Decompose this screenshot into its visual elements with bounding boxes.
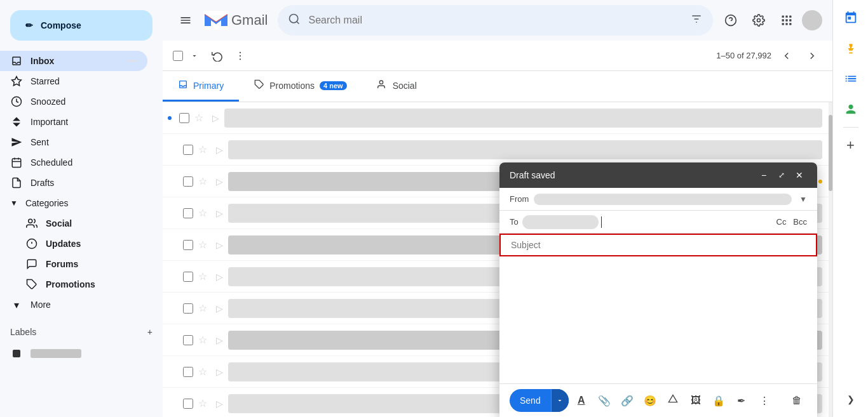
label-icon[interactable]: ▷ <box>216 335 223 345</box>
add-panel-button[interactable]: + <box>838 133 864 158</box>
link-button[interactable]: 🔗 <box>617 390 637 411</box>
subject-field[interactable] <box>499 234 817 256</box>
label-icon[interactable]: ▷ <box>216 272 223 282</box>
calendar-panel-button[interactable] <box>838 5 864 30</box>
contacts-panel-button[interactable] <box>838 96 864 122</box>
more-toolbar-button[interactable] <box>230 46 250 66</box>
send-dropdown-button[interactable] <box>551 389 569 412</box>
sent-label: Sent <box>31 137 137 147</box>
select-all-checkbox[interactable] <box>173 51 183 61</box>
sidebar-item-starred[interactable]: Starred <box>0 71 147 91</box>
drive-button[interactable] <box>663 390 683 411</box>
updates-label: Updates <box>46 239 137 249</box>
svg-rect-26 <box>782 23 784 25</box>
sidebar-item-more[interactable]: ▾ More <box>0 295 147 315</box>
sidebar-item-drafts[interactable]: Drafts <box>0 173 147 193</box>
help-button[interactable] <box>718 8 743 33</box>
select-dropdown-button[interactable] <box>184 46 205 66</box>
tab-primary[interactable]: Primary <box>163 71 239 102</box>
label-icon[interactable]: ▷ <box>216 303 223 314</box>
compose-editor[interactable] <box>499 256 817 383</box>
hamburger-button[interactable] <box>173 8 198 33</box>
settings-button[interactable] <box>746 8 771 33</box>
close-compose-button[interactable]: ✕ <box>792 168 807 183</box>
avatar[interactable] <box>802 10 822 30</box>
refresh-button[interactable] <box>207 46 227 66</box>
sidebar-item-forums[interactable]: Forums <box>0 254 147 274</box>
label-icon[interactable]: ▷ <box>216 240 223 250</box>
star-button[interactable]: ☆ <box>198 334 211 346</box>
row-checkbox[interactable] <box>183 399 193 409</box>
filter-icon[interactable] <box>690 13 703 29</box>
star-button[interactable]: ☆ <box>194 112 207 124</box>
star-button[interactable]: ☆ <box>198 302 211 314</box>
primary-tab-label: Primary <box>193 81 224 91</box>
sidebar-item-snoozed[interactable]: Snoozed <box>0 91 147 112</box>
star-button[interactable]: ☆ <box>198 270 211 282</box>
formatting-button[interactable]: A <box>571 390 592 411</box>
table-row[interactable]: ☆ ▷ <box>163 102 832 134</box>
star-button[interactable]: ☆ <box>198 207 211 219</box>
row-checkbox[interactable] <box>183 367 193 377</box>
cc-bcc-toggle[interactable]: Cc Bcc <box>776 217 807 227</box>
sidebar-item-promotions[interactable]: Promotions <box>0 274 147 295</box>
table-row[interactable]: ☆ ▷ <box>163 134 832 166</box>
expand-panel-button[interactable]: ❯ <box>838 387 864 412</box>
tab-social[interactable]: Social <box>362 71 432 102</box>
delete-draft-button[interactable]: 🗑 <box>787 390 807 411</box>
label-icon[interactable]: ▷ <box>216 367 223 377</box>
expand-compose-button[interactable]: ⤢ <box>774 168 789 183</box>
tab-promotions[interactable]: Promotions 4 new <box>239 71 362 102</box>
search-input[interactable] <box>308 15 682 26</box>
star-button[interactable]: ☆ <box>198 143 211 156</box>
categories-toggle[interactable]: ▼ Categories <box>0 193 163 213</box>
star-button[interactable]: ☆ <box>198 239 211 251</box>
next-page-button[interactable] <box>802 46 822 66</box>
add-label-button[interactable]: + <box>147 325 153 338</box>
row-checkbox[interactable] <box>183 335 193 345</box>
signature-icon: ✒ <box>737 395 745 407</box>
star-button[interactable]: ☆ <box>198 175 211 187</box>
row-checkbox[interactable] <box>183 303 193 314</box>
row-checkbox[interactable] <box>183 272 193 282</box>
labels-section: Labels + <box>0 320 163 343</box>
scrollbar-track[interactable] <box>829 102 832 417</box>
apps-button[interactable] <box>774 8 799 33</box>
sidebar-item-important[interactable]: Important <box>0 112 147 132</box>
scrollbar-thumb[interactable] <box>829 115 832 191</box>
keep-panel-button[interactable] <box>838 36 864 61</box>
label-icon[interactable]: ▷ <box>216 399 223 409</box>
sidebar-item-inbox[interactable]: Inbox <box>0 51 147 71</box>
emoji-button[interactable]: 😊 <box>640 390 660 411</box>
to-field[interactable]: To Cc Bcc <box>499 211 817 234</box>
row-checkbox[interactable] <box>183 176 193 187</box>
svg-rect-23 <box>782 19 784 21</box>
sidebar-item-scheduled[interactable]: Scheduled <box>0 152 147 173</box>
photo-button[interactable]: 🖼 <box>686 390 706 411</box>
label-icon[interactable]: ▷ <box>216 208 223 218</box>
label-icon[interactable]: ▷ <box>216 145 223 155</box>
compose-button[interactable]: ✏ Compose <box>10 10 153 41</box>
label-icon[interactable]: ▷ <box>216 176 223 187</box>
row-checkbox[interactable] <box>183 145 193 155</box>
star-button[interactable]: ☆ <box>198 366 211 378</box>
row-checkbox[interactable] <box>179 113 189 123</box>
subject-input[interactable] <box>511 240 806 250</box>
minimize-compose-button[interactable]: − <box>756 168 771 183</box>
star-button[interactable]: ☆ <box>198 397 211 409</box>
lock-button[interactable]: 🔒 <box>709 390 729 411</box>
row-checkbox[interactable] <box>183 240 193 250</box>
sidebar-item-sent[interactable]: Sent <box>0 132 147 152</box>
prev-page-button[interactable] <box>776 46 797 66</box>
photo-icon: 🖼 <box>691 395 701 406</box>
sidebar-item-social[interactable]: Social <box>0 213 147 234</box>
signature-button[interactable]: ✒ <box>731 390 752 411</box>
attach-button[interactable]: 📎 <box>594 390 614 411</box>
more-options-button[interactable]: ⋮ <box>754 390 775 411</box>
sidebar-item-updates[interactable]: Updates <box>0 234 147 254</box>
clock-icon <box>10 95 23 108</box>
row-checkbox[interactable] <box>183 208 193 218</box>
label-icon[interactable]: ▷ <box>212 113 219 123</box>
tasks-panel-button[interactable] <box>838 66 864 91</box>
label-item[interactable] <box>0 343 163 364</box>
